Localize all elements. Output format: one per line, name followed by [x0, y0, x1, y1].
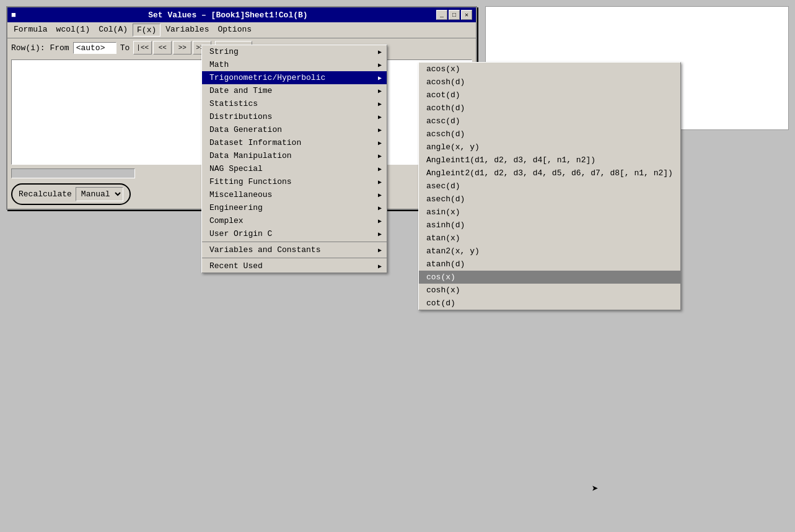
to-label: To	[120, 43, 130, 53]
nav-first[interactable]: |<<	[133, 41, 152, 55]
submenu-acsch[interactable]: acsch(d)	[419, 128, 680, 141]
arrow-icon: ▶	[378, 263, 382, 270]
menu-wcol[interactable]: wcol(1)	[53, 24, 94, 37]
arrow-icon: ▶	[378, 152, 382, 160]
arrow-icon: ▶	[378, 87, 382, 95]
separator-2	[202, 258, 387, 258]
close-button[interactable]: ✕	[461, 10, 472, 20]
recalculate-section: Recalculate Manual Auto None	[11, 183, 131, 205]
menu-fx[interactable]: F(x)	[133, 24, 160, 37]
minimize-button[interactable]: _	[436, 10, 447, 20]
submenu-angle[interactable]: angle(x, y)	[419, 141, 680, 154]
menu-item-datageneration[interactable]: Data Generation ▶	[202, 123, 387, 136]
menu-item-datetime[interactable]: Date and Time ▶	[202, 84, 387, 97]
submenu-atan2[interactable]: atan2(x, y)	[419, 245, 680, 258]
menu-item-engineering[interactable]: Engineering ▶	[202, 201, 387, 214]
arrow-icon: ▶	[378, 165, 382, 173]
arrow-icon: ▶	[378, 230, 382, 238]
submenu-coshx[interactable]: cosh(x)	[419, 284, 680, 297]
menu-item-math[interactable]: Math ▶	[202, 58, 387, 71]
arrow-icon: ▶	[378, 139, 382, 147]
nav-buttons: |<< << >> >>|	[133, 41, 211, 55]
submenu-asinh[interactable]: asinh(d)	[419, 219, 680, 232]
menu-item-datamanip[interactable]: Data Manipulation ▶	[202, 149, 387, 162]
menu-item-complex[interactable]: Complex ▶	[202, 214, 387, 227]
horizontal-scrollbar[interactable]	[11, 168, 135, 178]
maximize-button[interactable]: □	[449, 10, 460, 20]
menu-item-distributions[interactable]: Distributions ▶	[202, 110, 387, 123]
submenu-angleint2[interactable]: Angleint2(d1, d2, d3, d4, d5, d6, d7, d8…	[419, 167, 680, 180]
recalculate-label: Recalculate	[19, 190, 72, 199]
recalculate-dropdown[interactable]: Manual Auto None	[76, 187, 123, 201]
row-label: Row(i): From	[11, 43, 69, 53]
menu-item-variablesconst[interactable]: Variables and Constants ▶	[202, 243, 387, 256]
menu-item-useroriginc[interactable]: User Origin C ▶	[202, 227, 387, 240]
arrow-icon: ▶	[378, 217, 382, 225]
submenu-atanh[interactable]: atanh(d)	[419, 258, 680, 271]
menu-item-string[interactable]: String ▶	[202, 45, 387, 58]
menu-item-nagspecial[interactable]: NAG Special ▶	[202, 162, 387, 175]
submenu-cosx[interactable]: cos(x)	[419, 271, 680, 284]
submenu-acos[interactable]: acos(x)	[419, 63, 680, 76]
separator-1	[202, 242, 387, 242]
arrow-icon: ▶	[378, 191, 382, 199]
nav-next[interactable]: >>	[173, 41, 191, 55]
submenu-asec[interactable]: asec(d)	[419, 180, 680, 193]
menu-item-trig[interactable]: Trigonometric/Hyperbolic ▶	[202, 71, 387, 84]
arrow-icon: ▶	[378, 204, 382, 212]
mouse-cursor: ➤	[592, 482, 599, 495]
trig-submenu-container: acos(x) acosh(d) acot(d) acoth(d) acsc(d…	[418, 62, 681, 310]
menu-bar: Formula wcol(1) Col(A) F(x) Variables Op…	[7, 22, 476, 38]
menu-item-datasetinfo[interactable]: Dataset Information ▶	[202, 136, 387, 149]
submenu-acsc[interactable]: acsc(d)	[419, 115, 680, 128]
submenu-asin[interactable]: asin(x)	[419, 206, 680, 219]
submenu-atan[interactable]: atan(x)	[419, 232, 680, 245]
window-title: Set Values – [Book1]Sheet1!Col(B)	[148, 11, 307, 20]
trig-submenu: acos(x) acosh(d) acot(d) acoth(d) acsc(d…	[418, 62, 681, 310]
menu-item-fittingfuncs[interactable]: Fitting Functions ▶	[202, 175, 387, 188]
menu-options[interactable]: Options	[214, 24, 255, 37]
menu-formula[interactable]: Formula	[10, 24, 51, 37]
submenu-acosh[interactable]: acosh(d)	[419, 76, 680, 89]
arrow-icon: ▶	[378, 100, 382, 108]
submenu-cotd[interactable]: cot(d)	[419, 297, 680, 310]
nav-prev[interactable]: <<	[153, 41, 172, 55]
menu-variables[interactable]: Variables	[162, 24, 213, 37]
title-icon: ■	[11, 11, 16, 20]
from-input[interactable]	[73, 42, 116, 54]
fx-dropdown: String ▶ Math ▶ Trigonometric/Hyperbolic…	[201, 45, 387, 273]
submenu-angleint1[interactable]: Angleint1(d1, d2, d3, d4[, n1, n2])	[419, 154, 680, 167]
arrow-icon: ▶	[378, 61, 382, 69]
arrow-icon: ▶	[378, 48, 382, 56]
submenu-acoth[interactable]: acoth(d)	[419, 102, 680, 115]
fx-menu: String ▶ Math ▶ Trigonometric/Hyperbolic…	[201, 45, 387, 273]
title-bar: ■ Set Values – [Book1]Sheet1!Col(B) _ □ …	[7, 7, 476, 22]
arrow-icon: ▶	[378, 113, 382, 121]
title-bar-buttons: _ □ ✕	[436, 10, 472, 20]
submenu-acot[interactable]: acot(d)	[419, 89, 680, 102]
menu-item-misc[interactable]: Miscellaneous ▶	[202, 188, 387, 201]
arrow-icon: ▶	[378, 178, 382, 186]
submenu-asech[interactable]: asech(d)	[419, 193, 680, 206]
menu-item-recentused[interactable]: Recent Used ▶	[202, 259, 387, 273]
menu-cola[interactable]: Col(A)	[95, 24, 131, 37]
menu-item-statistics[interactable]: Statistics ▶	[202, 97, 387, 110]
arrow-icon: ▶	[378, 126, 382, 134]
arrow-icon: ▶	[378, 74, 382, 82]
arrow-icon: ▶	[378, 246, 382, 254]
